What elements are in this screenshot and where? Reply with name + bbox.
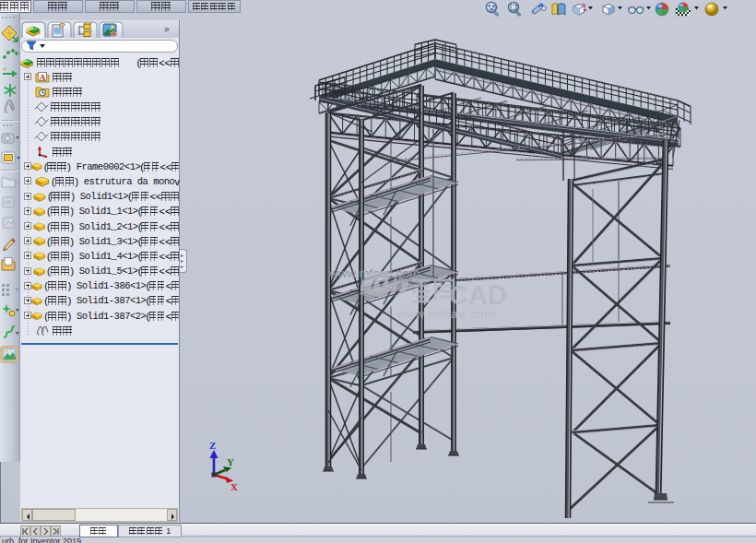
svg-text:www.mfcad.com: www.mfcad.com (396, 307, 496, 321)
svg-text:Z: Z (209, 440, 216, 451)
svg-text:CAD: CAD (449, 280, 507, 310)
svg-text:A: A (40, 73, 46, 82)
svg-text:X: X (230, 481, 238, 492)
svg-text:Y: Y (227, 456, 234, 467)
